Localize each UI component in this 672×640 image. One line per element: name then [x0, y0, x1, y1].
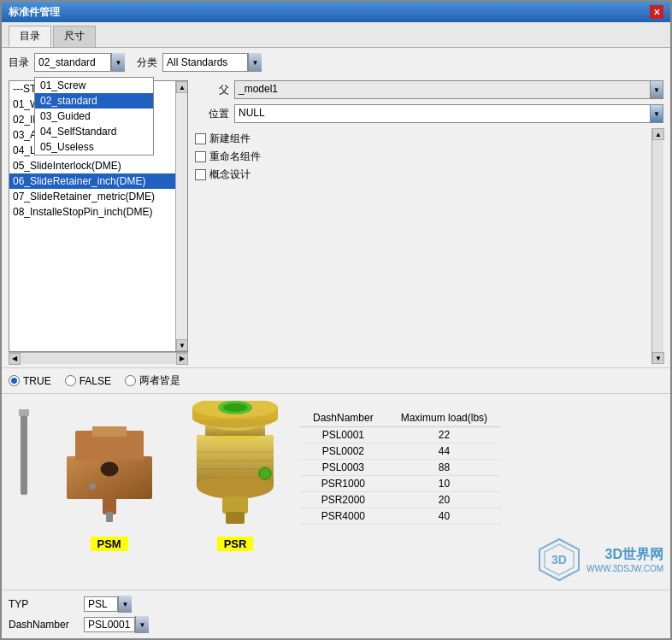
table-row: PSL0002 44 [299, 443, 501, 460]
close-button[interactable]: ✕ [650, 5, 663, 19]
typ-dropdown[interactable]: PSL ▼ [84, 596, 132, 613]
list-scrollbar[interactable]: ▲ ▼ [175, 81, 187, 351]
scroll-left-btn[interactable]: ◀ [9, 353, 21, 365]
checkboxes: 新建组件 重命名组件 概念设计 [195, 128, 261, 364]
tab-size[interactable]: 尺寸 [53, 26, 96, 47]
dashnamber-dropdown[interactable]: PSL0001 ▼ [84, 616, 149, 633]
scroll-right-btn[interactable]: ▶ [176, 353, 188, 365]
svg-rect-20 [222, 496, 248, 514]
cell-name-6: PSR4000 [299, 508, 387, 525]
checkbox-rename[interactable] [195, 151, 206, 162]
psm-label: PSM [91, 537, 128, 551]
svg-point-19 [223, 403, 247, 412]
dashnamber-arrow[interactable]: ▼ [135, 616, 149, 633]
classify-dropdown-value: All Standards [162, 53, 248, 72]
col-maxload: Maximum load(lbs) [387, 409, 501, 427]
svg-rect-0 [21, 409, 27, 495]
table-container: DashNamber Maximum load(lbs) PSL0001 22 … [299, 401, 663, 525]
tab-catalog[interactable]: 目录 [9, 26, 51, 47]
position-input[interactable]: NULL [234, 104, 650, 123]
cell-name-1: PSL0001 [299, 427, 387, 443]
radio-false-label: FALSE [80, 375, 111, 387]
parent-dropdown-arrow[interactable]: ▼ [650, 80, 663, 99]
classify-dropdown[interactable]: All Standards ▼ [162, 53, 262, 72]
position-field-wrapper: NULL ▼ [234, 104, 663, 123]
main-window: 标准件管理 ✕ 目录 尺寸 目录 02_standard ▼ 01_Screw … [0, 0, 672, 640]
catalog-item-useless[interactable]: 05_Useless [35, 139, 153, 155]
psm-svg [50, 405, 169, 533]
classify-label: 分类 [137, 56, 157, 70]
radio-true[interactable] [9, 375, 20, 386]
right-scrollbar[interactable]: ▲ ▼ [651, 128, 663, 364]
list-item-installestoppin[interactable]: 08_InstalleStopPin_inch(DME) [9, 204, 175, 220]
pin-svg [9, 409, 38, 520]
checkbox-new[interactable] [195, 133, 206, 144]
checkbox-concept[interactable] [195, 169, 206, 180]
radio-false[interactable] [65, 375, 76, 386]
title-bar: 标准件管理 ✕ [2, 2, 670, 22]
table-row: PSR4000 40 [299, 508, 501, 525]
checkbox-concept-row: 概念设计 [195, 167, 261, 182]
parent-input[interactable]: _model1 [234, 80, 650, 99]
list-item-slideinterlock[interactable]: 05_SlideInterlock(DME) [9, 158, 175, 173]
checkbox-rename-row: 重命名组件 [195, 150, 261, 164]
scroll-up-btn[interactable]: ▲ [176, 81, 188, 93]
table-row: PSR2000 20 [299, 492, 501, 508]
catalog-dropdown[interactable]: 02_standard ▼ [34, 53, 125, 72]
horiz-scrollbar[interactable]: ◀ ▶ [9, 352, 188, 364]
catalog-item-screw[interactable]: 01_Screw [35, 78, 153, 93]
radio-true-label: TRUE [23, 375, 51, 387]
typ-label: TYP [9, 598, 77, 610]
cell-value-3: 88 [387, 460, 501, 476]
right-scroll-down[interactable]: ▼ [652, 352, 664, 364]
checkbox-new-label: 新建组件 [209, 132, 251, 146]
parent-label: 父 [195, 83, 229, 97]
psm-image-box: PSM [47, 405, 171, 551]
table-row: PSL0001 22 [299, 427, 501, 443]
parent-field-row: 父 _model1 ▼ [195, 80, 663, 99]
cell-value-6: 40 [387, 508, 501, 525]
watermark-hex-icon: 3D [536, 536, 583, 583]
catalog-dropdown-arrow[interactable]: ▼ [111, 53, 125, 72]
psr-label: PSR [217, 537, 254, 551]
watermark-url: WWW.3DSJW.COM [587, 564, 663, 573]
psr-svg [171, 401, 299, 533]
catalog-item-guided[interactable]: 03_Guided [35, 109, 153, 124]
watermark-title: 3D世界网 [587, 546, 663, 564]
typ-arrow[interactable]: ▼ [118, 596, 132, 613]
list-item-slideretainer-inch[interactable]: 06_SlideRetainer_inch(DME) [9, 173, 175, 189]
position-label: 位置 [195, 107, 229, 121]
position-dropdown-arrow[interactable]: ▼ [650, 104, 663, 123]
preview-row: PSM [9, 401, 663, 551]
scroll-down-btn[interactable]: ▼ [176, 339, 188, 351]
radio-false-row[interactable]: FALSE [65, 375, 111, 387]
radio-both-label: 两者皆是 [139, 373, 180, 388]
typ-row: TYP PSL ▼ [9, 596, 663, 613]
watermark-text-block: 3D世界网 WWW.3DSJW.COM [587, 546, 663, 573]
cell-value-2: 44 [387, 443, 501, 460]
checkbox-new-row: 新建组件 [195, 132, 261, 146]
list-item-slideretainer-metric[interactable]: 07_SlideRetainer_metric(DME) [9, 189, 175, 204]
preview-section: PSM [2, 393, 670, 590]
right-spacer [264, 128, 648, 364]
cell-value-1: 22 [387, 427, 501, 443]
catalog-label: 目录 [9, 56, 29, 70]
dashnamber-value: PSL0001 [84, 617, 135, 632]
toolbar-row: 目录 02_standard ▼ 01_Screw 02_standard 03… [2, 48, 670, 77]
right-scroll-up[interactable]: ▲ [652, 128, 664, 140]
radio-both-row[interactable]: 两者皆是 [125, 373, 180, 388]
table-row: PSR1000 10 [299, 476, 501, 492]
right-scroll-track [652, 140, 663, 352]
radio-bar: TRUE FALSE 两者皆是 [2, 367, 670, 393]
radio-both[interactable] [125, 375, 136, 386]
radio-true-row[interactable]: TRUE [9, 375, 51, 387]
catalog-item-standard[interactable]: 02_standard [35, 93, 153, 109]
dashnamber-row: DashNamber PSL0001 ▼ [9, 616, 663, 633]
catalog-dropdown-popup: 01_Screw 02_standard 03_Guided 04_SelfSt… [34, 77, 154, 156]
classify-dropdown-arrow[interactable]: ▼ [248, 53, 262, 72]
pin-image-box [9, 409, 47, 523]
data-table: DashNamber Maximum load(lbs) PSL0001 22 … [299, 409, 501, 525]
catalog-item-selfstandard[interactable]: 04_SelfStandard [35, 124, 153, 139]
typ-value: PSL [84, 596, 118, 612]
svg-text:3D: 3D [551, 553, 567, 567]
